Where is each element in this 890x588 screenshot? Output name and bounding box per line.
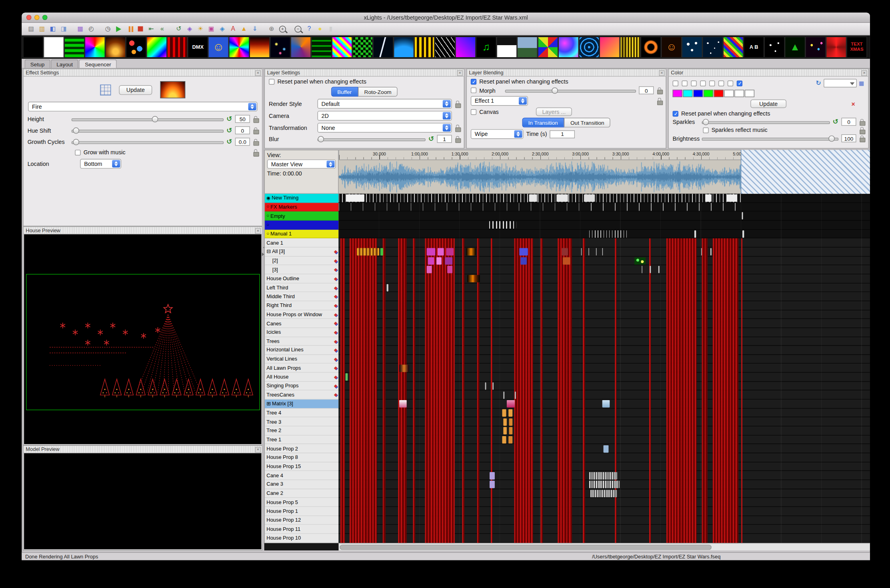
effect-candle-thumbnail[interactable] [105, 37, 126, 58]
effect-block[interactable] [427, 248, 435, 256]
effect-block[interactable] [581, 248, 582, 256]
close-button[interactable] [26, 15, 32, 20]
slider-knob[interactable] [73, 139, 79, 145]
model-track-all-house[interactable]: All House◆ [265, 373, 338, 381]
slider-knob[interactable] [318, 136, 324, 142]
color-swatch-2[interactable] [683, 90, 692, 97]
pause-icon[interactable] [125, 24, 134, 34]
grid-row-8[interactable] [339, 265, 870, 274]
effect-block[interactable] [502, 409, 506, 417]
palette-dropdown[interactable] [823, 79, 856, 87]
hue-shift-slider[interactable] [72, 127, 224, 134]
effect-warp-thumbnail[interactable] [826, 37, 846, 58]
play-icon[interactable] [114, 24, 124, 34]
title-bar[interactable]: xLights - /Users/tbetgeorge/Desktop/EZ I… [22, 12, 870, 23]
effect-block[interactable] [589, 472, 617, 480]
grid-row-25[interactable] [339, 417, 870, 426]
model-track-cane-4[interactable]: Cane 4 [265, 471, 338, 480]
effect-block[interactable] [584, 194, 595, 202]
effect-on-thumbnail[interactable] [44, 37, 64, 58]
timing-track-empty[interactable]: ○Empty [265, 212, 338, 221]
effect-block[interactable] [588, 248, 589, 256]
close-icon[interactable] [255, 446, 261, 452]
tab-out-transition[interactable]: Out Transition [564, 118, 610, 128]
effects-assistant-icon[interactable]: ◈ [217, 24, 227, 34]
model-track-house-prop-8[interactable]: House Prop 8 [265, 453, 338, 462]
open-sequence-icon[interactable]: ▥ [37, 24, 47, 34]
sequence-settings-icon[interactable]: ◈ [185, 24, 194, 34]
camera-dropdown[interactable]: 2D [318, 111, 452, 120]
timing-track-unnamed[interactable]: ○ [265, 221, 338, 229]
effect-block[interactable] [742, 230, 744, 238]
grid-row-7[interactable] [339, 256, 870, 265]
tab-roto-zoom[interactable]: Roto-Zoom [358, 87, 398, 96]
grid-row-11[interactable] [339, 292, 870, 301]
morph-slider[interactable] [505, 87, 636, 94]
grid-row-19[interactable] [339, 364, 870, 373]
timing-track-manual-1[interactable]: ○Manual 1 [265, 229, 338, 238]
model-groups-icon[interactable]: ▣ [206, 24, 216, 34]
effect-block[interactable] [562, 248, 568, 256]
grid-row-36[interactable] [339, 516, 870, 525]
palette-slot-4-checkbox[interactable] [700, 80, 706, 86]
grid-row-35[interactable] [339, 507, 870, 516]
transition-type-dropdown[interactable]: Wipe [471, 129, 524, 139]
effect-block[interactable] [509, 436, 512, 444]
palette-slot-5-checkbox[interactable] [709, 80, 715, 86]
house-preview-header[interactable]: House Preview [24, 227, 262, 235]
effect-pictures-thumbnail[interactable] [517, 37, 538, 58]
effect-snowflakes-thumbnail[interactable] [682, 37, 702, 58]
grid-row-14[interactable] [339, 319, 870, 328]
effect-block[interactable] [602, 401, 610, 408]
effect-block[interactable] [346, 194, 364, 202]
blur-value[interactable]: 1 [437, 135, 452, 143]
grid-row-22[interactable] [339, 391, 870, 399]
timing-track-new-timing[interactable]: ◉New Timing [265, 194, 338, 203]
morph-checkbox[interactable] [471, 88, 476, 93]
palette-slot-1-checkbox[interactable] [673, 80, 678, 86]
model-track-house-prop-2[interactable]: House Prop 2 [265, 444, 338, 453]
height-value[interactable]: 50 [235, 115, 250, 123]
effect-block[interactable] [502, 436, 506, 444]
rewind-to-start-icon[interactable]: ⇤ [146, 24, 156, 34]
color-swatch-4[interactable] [704, 90, 713, 97]
effect-circles-thumbnail[interactable] [126, 37, 146, 58]
lb-reset-checkbox[interactable] [471, 79, 476, 84]
effect-block[interactable] [503, 391, 504, 399]
scrollbar-thumb[interactable] [340, 545, 712, 550]
lock-icon[interactable] [859, 119, 864, 125]
layer-settings-header[interactable]: Layer Settings [265, 69, 464, 77]
grid-row-26[interactable] [339, 427, 870, 435]
brightness-value[interactable]: 100 [841, 134, 856, 142]
grid-row-13[interactable] [339, 310, 870, 319]
model-track-cane-1[interactable]: Cane 1 [265, 239, 338, 247]
effect-off-thumbnail[interactable] [23, 37, 43, 58]
view-dropdown[interactable]: Master View [267, 159, 336, 169]
grid-row-16[interactable] [339, 337, 870, 346]
effect-block[interactable] [520, 257, 527, 265]
effect-twinkle-thumbnail[interactable] [805, 37, 826, 58]
lock-icon[interactable] [253, 127, 258, 134]
effect-fan-thumbnail[interactable] [229, 37, 249, 58]
model-track-tree-1[interactable]: Tree 1 [265, 435, 338, 444]
grid-row-0[interactable] [339, 194, 870, 203]
grid-row-12[interactable] [339, 301, 870, 310]
model-track-cane-2[interactable]: Cane 2 [265, 489, 338, 498]
model-track-house-prop-12[interactable]: House Prop 12 [265, 516, 338, 525]
lock-icon[interactable] [657, 87, 662, 94]
reset-icon[interactable] [428, 136, 434, 142]
effect-shader-thumbnail[interactable] [600, 37, 620, 58]
effect-assist-icon[interactable] [100, 84, 111, 95]
model-track-treescanes[interactable]: TreesCanes◆ [265, 391, 338, 399]
effect-block[interactable] [399, 365, 409, 372]
grid-row-37[interactable] [339, 525, 870, 534]
model-track-tree-2[interactable]: Tree 2 [265, 427, 338, 435]
grid-row-6[interactable] [339, 247, 870, 256]
color-swatch-3[interactable] [693, 90, 703, 97]
lock-icon[interactable] [455, 136, 460, 142]
effect-block[interactable] [590, 490, 617, 498]
lock-icon[interactable] [253, 139, 258, 145]
effect-type-dropdown[interactable]: Fire [28, 102, 257, 112]
zoom-window-button[interactable] [42, 15, 48, 20]
grow-with-music-checkbox[interactable] [75, 149, 80, 155]
